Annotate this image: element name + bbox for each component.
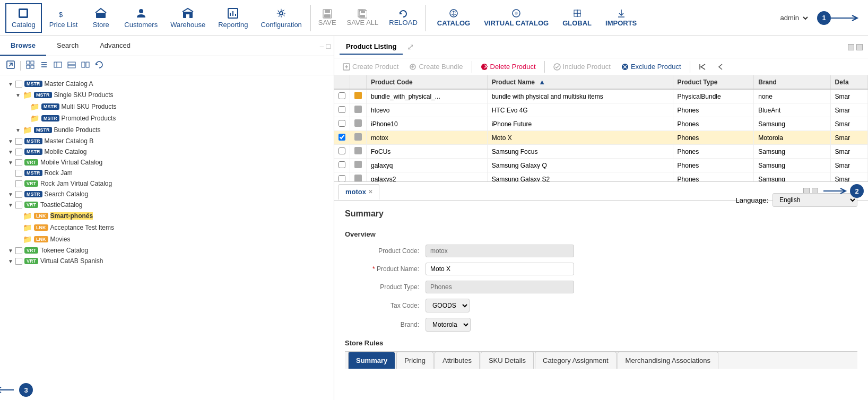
col-header-type[interactable]: Product Type bbox=[673, 75, 754, 89]
toolbar-warehouse[interactable]: Warehouse bbox=[165, 4, 211, 32]
tree-acceptance[interactable]: 📁 LNK Acceptance Test Items bbox=[0, 222, 334, 233]
table-header-row: Product Code Product Name ▲ Product Type… bbox=[334, 75, 868, 89]
checkbox-mobile[interactable] bbox=[15, 149, 22, 155]
row-checkbox[interactable] bbox=[338, 175, 345, 182]
col-header-brand[interactable]: Brand bbox=[754, 75, 830, 89]
toolbar-catalog[interactable]: Catalog bbox=[5, 3, 42, 33]
toolbar-grid-icon[interactable] bbox=[25, 59, 36, 72]
tree-bundle[interactable]: ▼ 📁 MSTR Bundle Products bbox=[0, 124, 334, 136]
toolbar-saveall-btn[interactable]: SAVE ALL bbox=[343, 6, 383, 30]
tree-mobile[interactable]: ▼ MSTR Mobile Catalog bbox=[0, 146, 334, 157]
left-panel-tabs: Browse Search Advanced ‒ □ bbox=[0, 36, 334, 56]
bottom-tab-merchandising[interactable]: Merchandising Associations bbox=[618, 352, 718, 369]
col-header-code[interactable]: Product Code bbox=[367, 75, 488, 89]
catalog-btn-imports[interactable]: IMPORTS bbox=[599, 5, 643, 30]
tree-promoted[interactable]: 📁 MSTR Promoted Products bbox=[0, 112, 334, 124]
toolbar-split-icon[interactable] bbox=[66, 59, 77, 72]
toolbar-reload-btn[interactable]: RELOAD bbox=[385, 6, 421, 30]
toolbar-pricelist[interactable]: $ Price List bbox=[44, 4, 83, 32]
checkbox-virtual-catab[interactable] bbox=[15, 258, 22, 265]
tree-rock-jam[interactable]: MSTR Rock Jam bbox=[0, 168, 334, 178]
tree-search-catalog[interactable]: ▼ MSTR Search Catalog bbox=[0, 189, 334, 199]
tax-code-select[interactable]: GOODS bbox=[426, 299, 470, 312]
row-checkbox[interactable] bbox=[338, 120, 345, 127]
toolbar-save-btn[interactable]: SAVE bbox=[314, 6, 341, 30]
checkbox-master-a[interactable] bbox=[15, 81, 22, 88]
include-product-btn[interactable]: Include Product bbox=[549, 60, 615, 73]
cell-name: HTC Evo 4G bbox=[487, 103, 673, 117]
tab-advanced[interactable]: Advanced bbox=[89, 36, 141, 56]
table-row[interactable]: FoCUs Samsung Focus Phones Samsung Smar bbox=[334, 145, 868, 159]
exclude-product-btn[interactable]: Exclude Product bbox=[617, 60, 685, 73]
tab-browse[interactable]: Browse bbox=[0, 36, 46, 56]
brand-select[interactable]: Motorola bbox=[426, 318, 471, 332]
table-row[interactable]: iPhone10 iPhone Future Phones Samsung Sm… bbox=[334, 117, 868, 131]
bottom-tab-attributes[interactable]: Attributes bbox=[435, 352, 480, 369]
table-row[interactable]: galaxys2 Samsung Galaxy S2 Phones Samsun… bbox=[334, 172, 868, 182]
tree-rock-jam-virtual[interactable]: VRT Rock Jam Virtual Catalog bbox=[0, 178, 334, 189]
catalog-btn-virtual[interactable]: VIRTUAL CATALOG bbox=[478, 5, 555, 30]
toolbar-expand-icon[interactable] bbox=[5, 59, 16, 72]
tree-tokenee[interactable]: ▼ VRT Tokenee Catalog bbox=[0, 245, 334, 256]
checkbox-rock-jam[interactable] bbox=[15, 170, 22, 177]
tree-multi-sku[interactable]: 📁 MSTR Multi SKU Products bbox=[0, 101, 334, 112]
toolbar-customers[interactable]: Customers bbox=[119, 4, 163, 32]
checkbox-rock-jam-virtual[interactable] bbox=[15, 180, 22, 187]
product-listing-tab[interactable]: Product Listing bbox=[340, 39, 403, 55]
tree-virtual-catab[interactable]: ▼ VRT Virtual CatAB Spanish bbox=[0, 256, 334, 266]
cell-default: Smar bbox=[830, 131, 867, 145]
col-header-default[interactable]: Defa bbox=[830, 75, 867, 89]
tree-smart-phones[interactable]: 📁 LNK Smart-phonés bbox=[0, 210, 334, 222]
left-panel-minimize[interactable]: ‒ bbox=[319, 42, 324, 50]
row-checkbox[interactable] bbox=[338, 147, 345, 154]
store-rules-label: Store Rules bbox=[345, 339, 857, 347]
bottom-tab-category-assignment[interactable]: Category Assignment bbox=[535, 352, 617, 369]
detail-tab-close[interactable]: ✕ bbox=[368, 189, 372, 195]
product-listing-expand-icon[interactable]: ⤢ bbox=[407, 42, 414, 52]
create-bundle-btn[interactable]: Create Bundle bbox=[405, 60, 467, 73]
row-checkbox[interactable] bbox=[338, 161, 345, 168]
nav-prev-btn[interactable] bbox=[713, 61, 728, 73]
tree-mobile-virtual[interactable]: ▼ VRT Mobile Virtual Catalog bbox=[0, 157, 334, 168]
delete-product-btn[interactable]: ✕ Delete Product bbox=[476, 60, 540, 73]
pl-minimize[interactable] bbox=[848, 44, 854, 50]
nav-first-btn[interactable] bbox=[695, 61, 710, 73]
checkbox-mobile-virtual[interactable] bbox=[15, 159, 22, 166]
toolbar-configuration[interactable]: Configuration bbox=[256, 4, 307, 32]
toolbar-reporting[interactable]: Reporting bbox=[213, 4, 253, 32]
table-row[interactable]: htcevo HTC Evo 4G Phones BlueAnt Smar bbox=[334, 103, 868, 117]
row-checkbox[interactable] bbox=[338, 134, 345, 141]
product-name-input[interactable] bbox=[426, 263, 574, 275]
left-panel-maximize[interactable]: □ bbox=[326, 42, 331, 50]
table-row[interactable]: motox Moto X Phones Motorola Smar bbox=[334, 131, 868, 145]
pl-maximize[interactable] bbox=[856, 44, 863, 50]
checkbox-tokenee[interactable] bbox=[15, 247, 22, 254]
tree-toastie[interactable]: ▼ VRT ToastieCatalog bbox=[0, 199, 334, 210]
dropdown-icon[interactable] bbox=[802, 15, 809, 21]
catalog-btn-catalog[interactable]: CATALOG bbox=[431, 5, 476, 30]
tab-search[interactable]: Search bbox=[46, 36, 89, 56]
toolbar-refresh-icon[interactable] bbox=[94, 59, 105, 72]
checkbox-master-b[interactable] bbox=[15, 138, 22, 145]
bottom-tab-sku-details[interactable]: SKU Details bbox=[481, 352, 534, 369]
toolbar-cols-icon[interactable] bbox=[80, 59, 91, 72]
toolbar-list-icon[interactable] bbox=[39, 59, 49, 72]
col-header-name[interactable]: Product Name ▲ bbox=[487, 75, 673, 89]
tree-single-sku[interactable]: ▼ 📁 MSTR Single SKU Products bbox=[0, 89, 334, 101]
bottom-tab-pricing[interactable]: Pricing bbox=[396, 352, 433, 369]
checkbox-search-catalog[interactable] bbox=[15, 191, 22, 198]
detail-tab-motox[interactable]: motox ✕ bbox=[338, 184, 379, 200]
tree-master-a[interactable]: ▼ MSTR Master Catalog A bbox=[0, 79, 334, 89]
table-row[interactable]: bundle_with_physical_... bundle with phy… bbox=[334, 89, 868, 103]
table-row[interactable]: galaxyq Samsung Galaxy Q Phones Samsung … bbox=[334, 159, 868, 172]
row-checkbox[interactable] bbox=[338, 92, 345, 99]
catalog-btn-global[interactable]: GLOBAL bbox=[556, 5, 598, 30]
tree-movies[interactable]: 📁 LNK Movies bbox=[0, 233, 334, 245]
create-product-btn[interactable]: Create Product bbox=[338, 60, 403, 73]
bottom-tab-summary[interactable]: Summary bbox=[348, 352, 395, 369]
toolbar-store[interactable]: Store bbox=[85, 4, 117, 32]
checkbox-toastie[interactable] bbox=[15, 202, 22, 208]
tree-master-b[interactable]: ▼ MSTR Master Catalog B bbox=[0, 136, 334, 146]
toolbar-detail-icon[interactable] bbox=[53, 59, 63, 72]
row-checkbox[interactable] bbox=[338, 106, 345, 113]
